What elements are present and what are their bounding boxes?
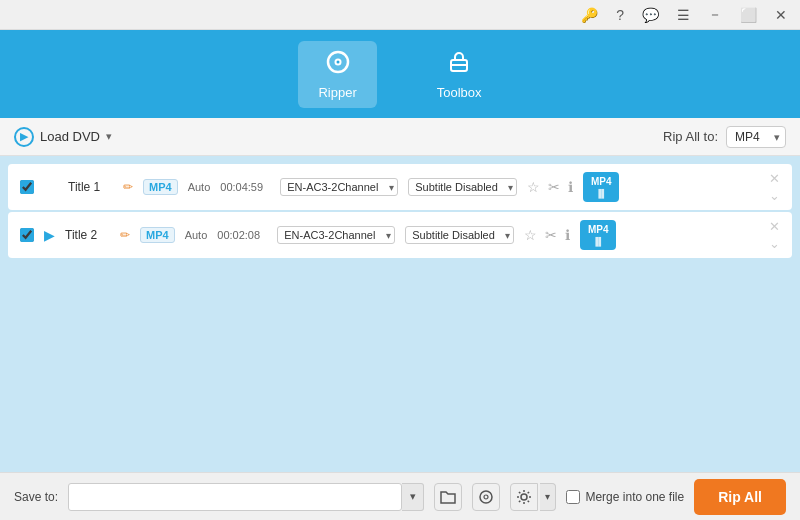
settings-button-wrap: ▾ bbox=[510, 483, 556, 511]
info-icon-1[interactable]: ℹ bbox=[568, 179, 573, 195]
expand-track-2[interactable]: ⌄ bbox=[769, 236, 780, 251]
info-icon-2[interactable]: ℹ bbox=[565, 227, 570, 243]
audio-select-wrap-2: EN-AC3-2Channel bbox=[277, 226, 395, 244]
toolbox-icon bbox=[446, 49, 472, 81]
merge-checkbox-wrap: Merge into one file bbox=[566, 490, 684, 504]
track-title-2: Title 2 bbox=[65, 228, 110, 242]
subtitle-select-wrap-1: Subtitle Disabled bbox=[408, 178, 517, 196]
track-duration-1: 00:04:59 bbox=[220, 181, 270, 193]
subtitle-select-2[interactable]: Subtitle Disabled bbox=[405, 226, 514, 244]
table-row: Title 1 ✏ MP4 Auto 00:04:59 EN-AC3-2Chan… bbox=[8, 164, 792, 210]
merge-label: Merge into one file bbox=[585, 490, 684, 504]
settings-button[interactable] bbox=[510, 483, 538, 511]
track-edit-1[interactable]: ✏ bbox=[123, 180, 133, 194]
bookmark-icon-2[interactable]: ☆ bbox=[524, 227, 537, 243]
scissors-icon-1[interactable]: ✂ bbox=[548, 179, 560, 195]
audio-select-wrap-1: EN-AC3-2Channel bbox=[280, 178, 398, 196]
title-bar: 🔑 ? 💬 ☰ － ⬜ ✕ bbox=[0, 0, 800, 30]
save-to-label: Save to: bbox=[14, 490, 58, 504]
settings-dropdown-arrow[interactable]: ▾ bbox=[540, 483, 556, 511]
remove-track-2[interactable]: ✕ bbox=[769, 219, 780, 234]
nav-item-toolbox[interactable]: Toolbox bbox=[417, 41, 502, 108]
mp4-badge-2[interactable]: MP4▐▌ bbox=[580, 220, 616, 250]
track-title-1: Title 1 bbox=[68, 180, 113, 194]
close-icon[interactable]: ✕ bbox=[770, 5, 792, 25]
action-icons-1: ☆ ✂ ℹ bbox=[527, 179, 573, 195]
save-path-select[interactable] bbox=[68, 483, 402, 511]
track-checkbox-2[interactable] bbox=[20, 228, 34, 242]
track-checkbox-1[interactable] bbox=[20, 180, 34, 194]
browse-folder-button[interactable] bbox=[434, 483, 462, 511]
header: Ripper Toolbox bbox=[0, 30, 800, 118]
row-right-actions-1: ✕ ⌄ bbox=[769, 171, 780, 203]
table-row: ▶ Title 2 ✏ MP4 Auto 00:02:08 EN-AC3-2Ch… bbox=[8, 212, 792, 258]
format-select[interactable]: MP4 MKV AVI MOV bbox=[726, 126, 786, 148]
load-dvd-button[interactable]: ▶ Load DVD ▾ bbox=[14, 127, 112, 147]
audio-select-2[interactable]: EN-AC3-2Channel bbox=[277, 226, 395, 244]
track-quality-2: Auto bbox=[185, 229, 208, 241]
ripper-label: Ripper bbox=[318, 85, 356, 100]
track-quality-1: Auto bbox=[188, 181, 211, 193]
nav-item-ripper[interactable]: Ripper bbox=[298, 41, 376, 108]
track-duration-2: 00:02:08 bbox=[217, 229, 267, 241]
key-icon[interactable]: 🔑 bbox=[576, 5, 603, 25]
rip-all-button[interactable]: Rip All bbox=[694, 479, 786, 515]
track-list: Title 1 ✏ MP4 Auto 00:04:59 EN-AC3-2Chan… bbox=[0, 156, 800, 472]
track-play-2[interactable]: ▶ bbox=[44, 227, 55, 243]
merge-checkbox[interactable] bbox=[566, 490, 580, 504]
load-dvd-dropdown-icon[interactable]: ▾ bbox=[106, 130, 112, 143]
chat-icon[interactable]: 💬 bbox=[637, 5, 664, 25]
menu-icon[interactable]: ☰ bbox=[672, 5, 695, 25]
subtitle-select-wrap-2: Subtitle Disabled bbox=[405, 226, 514, 244]
footer: Save to: ▾ ▾ Merge into one file Rip All bbox=[0, 472, 800, 520]
svg-point-7 bbox=[521, 494, 527, 500]
toolbox-label: Toolbox bbox=[437, 85, 482, 100]
load-dvd-icon: ▶ bbox=[14, 127, 34, 147]
rip-all-to-section: Rip All to: MP4 MKV AVI MOV bbox=[663, 126, 786, 148]
audio-select-1[interactable]: EN-AC3-2Channel bbox=[280, 178, 398, 196]
path-dropdown-arrow[interactable]: ▾ bbox=[402, 483, 424, 511]
minimize-icon[interactable]: － bbox=[703, 4, 727, 26]
ripper-icon bbox=[325, 49, 351, 81]
scissors-icon-2[interactable]: ✂ bbox=[545, 227, 557, 243]
svg-point-6 bbox=[484, 495, 488, 499]
svg-point-2 bbox=[336, 60, 339, 63]
subtitle-select-1[interactable]: Subtitle Disabled bbox=[408, 178, 517, 196]
track-format-2: MP4 bbox=[140, 227, 175, 243]
rip-all-to-label: Rip All to: bbox=[663, 129, 718, 144]
format-selector-wrap: MP4 MKV AVI MOV bbox=[726, 126, 786, 148]
bookmark-icon-1[interactable]: ☆ bbox=[527, 179, 540, 195]
track-format-1: MP4 bbox=[143, 179, 178, 195]
maximize-icon[interactable]: ⬜ bbox=[735, 5, 762, 25]
expand-track-1[interactable]: ⌄ bbox=[769, 188, 780, 203]
remove-track-1[interactable]: ✕ bbox=[769, 171, 780, 186]
action-icons-2: ☆ ✂ ℹ bbox=[524, 227, 570, 243]
question-icon[interactable]: ? bbox=[611, 5, 629, 25]
load-dvd-label: Load DVD bbox=[40, 129, 100, 144]
save-path-wrap: ▾ bbox=[68, 483, 424, 511]
row-right-actions-2: ✕ ⌄ bbox=[769, 219, 780, 251]
burn-disc-button[interactable] bbox=[472, 483, 500, 511]
svg-point-5 bbox=[480, 491, 492, 503]
track-edit-2[interactable]: ✏ bbox=[120, 228, 130, 242]
mp4-badge-1[interactable]: MP4▐▌ bbox=[583, 172, 619, 202]
toolbar: ▶ Load DVD ▾ Rip All to: MP4 MKV AVI MOV bbox=[0, 118, 800, 156]
